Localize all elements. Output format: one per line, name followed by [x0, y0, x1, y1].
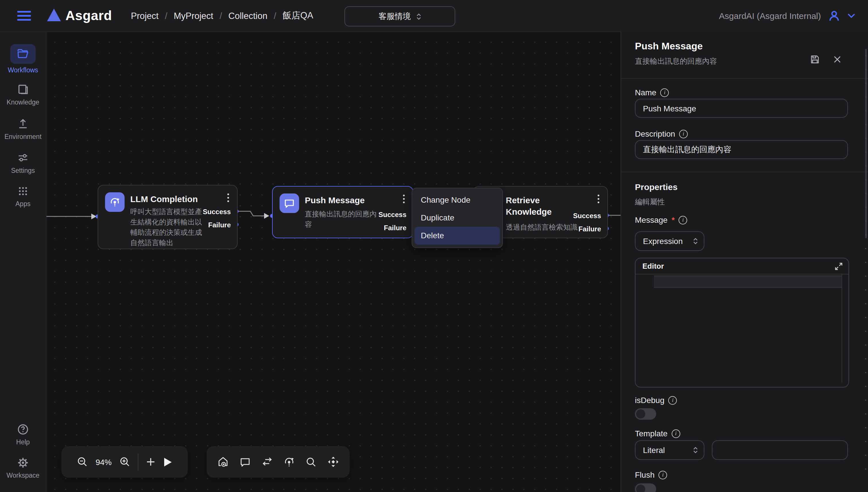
sidebar-item-label: Knowledge: [7, 99, 39, 106]
select-chevrons-icon: [416, 13, 421, 20]
output-port-failure[interactable]: Failure: [578, 225, 601, 233]
zoom-in-icon[interactable]: [119, 457, 130, 467]
llm-tool-icon[interactable]: [283, 456, 295, 468]
flush-field-label: Flushi: [635, 470, 667, 479]
code-area[interactable]: 1 (() => { 2 // return the result of the…: [636, 274, 848, 387]
info-icon[interactable]: i: [669, 396, 677, 404]
info-icon[interactable]: i: [679, 216, 688, 224]
output-port-success[interactable]: Success: [573, 212, 601, 220]
node-title: LLM Completion: [130, 194, 198, 205]
info-icon[interactable]: i: [661, 88, 669, 97]
close-icon[interactable]: [833, 55, 842, 64]
panel-subtitle: 直接輸出訊息的回應內容: [635, 56, 717, 67]
breadcrumb-collection[interactable]: Collection: [228, 10, 268, 21]
select-chevrons-icon: [693, 447, 698, 453]
account-chevron-down-icon[interactable]: [847, 13, 855, 18]
node-description: 直接輸出訊息的回應內容: [305, 209, 382, 230]
message-type-select[interactable]: Expression: [635, 231, 704, 251]
description-input[interactable]: [635, 140, 848, 159]
context-menu-delete[interactable]: Delete: [415, 227, 500, 245]
sidebar-item-workflows[interactable]: Workflows: [0, 44, 46, 73]
zoom-toolbar: 94%: [61, 446, 188, 478]
output-port-success[interactable]: Success: [203, 208, 231, 216]
panel-title: Push Message: [635, 41, 703, 52]
output-port-success[interactable]: Success: [379, 211, 406, 219]
template-field-label: Templatei: [635, 429, 680, 438]
node-llm-completion[interactable]: LLM Completion 呼叫大型語言模型並產生結構化的資料輸出以輔助流程的…: [98, 185, 238, 249]
node-description: 呼叫大型語言模型並產生結構化的資料輸出以輔助流程的決策或生成自然語言輸出: [130, 207, 206, 248]
context-menu-change-node[interactable]: Change Node: [412, 191, 502, 209]
upload-icon: [17, 118, 29, 130]
context-menu-duplicate[interactable]: Duplicate: [412, 209, 502, 227]
zoom-out-icon[interactable]: [77, 457, 88, 467]
expression-editor: Editor 1 (() => { 2 // return the result…: [635, 258, 849, 388]
node-menu-kebab-icon[interactable]: [226, 192, 230, 203]
sidebar-item-apps[interactable]: Apps: [0, 185, 46, 207]
output-port-failure[interactable]: Failure: [208, 221, 231, 229]
run-workflow-icon[interactable]: [163, 457, 172, 467]
message-field-label: Message*i: [635, 215, 688, 224]
folder-icon: [17, 48, 29, 60]
comment-bubble-icon[interactable]: [239, 456, 251, 468]
isdebug-toggle[interactable]: [635, 408, 656, 420]
breadcrumb-project[interactable]: Project: [131, 10, 159, 21]
sidebar-item-knowledge[interactable]: Knowledge: [0, 83, 46, 106]
isdebug-field-label: isDebugi: [635, 396, 677, 405]
llm-refresh-bulb-icon: [105, 192, 125, 212]
left-sidebar: Workflows Knowledge Environment Settings: [0, 31, 47, 492]
info-icon[interactable]: i: [679, 129, 688, 138]
description-field-label: Descriptioni: [635, 129, 688, 138]
workflow-canvas[interactable]: LLM Completion 呼叫大型語言模型並產生結構化的資料輸出以輔助流程的…: [46, 31, 621, 492]
properties-section-subtitle: 編輯屬性: [635, 197, 665, 207]
breadcrumb-workflow[interactable]: 飯店QA: [282, 10, 313, 22]
book-icon: [17, 83, 29, 96]
sidebar-item-environment[interactable]: Environment: [0, 118, 46, 140]
editor-title: Editor: [642, 262, 664, 270]
environment-selector[interactable]: 客服情境: [344, 6, 455, 26]
sidebar-item-label: Settings: [11, 167, 35, 174]
user-avatar-icon[interactable]: [828, 9, 840, 22]
canvas-tools-toolbar: [207, 446, 350, 478]
top-navbar: Asgard Project / MyProject / Collection …: [0, 0, 868, 32]
swap-arrows-icon[interactable]: [261, 456, 273, 468]
add-home-node-icon[interactable]: [217, 456, 229, 468]
name-field-label: Namei: [635, 88, 669, 97]
save-icon[interactable]: [810, 54, 820, 64]
search-tool-icon[interactable]: [305, 456, 317, 468]
output-port-failure[interactable]: Failure: [384, 224, 406, 232]
sidebar-item-help[interactable]: Help: [0, 423, 46, 445]
node-detail-panel: Push Message 直接輸出訊息的回應內容 Namei Descripti…: [621, 31, 868, 492]
zoom-level: 94%: [96, 457, 111, 466]
sidebar-item-workspace[interactable]: Workspace: [0, 457, 46, 479]
name-input[interactable]: [635, 99, 848, 118]
node-title: Retrieve Knowledge: [506, 195, 570, 218]
sidebar-item-settings[interactable]: Settings: [0, 152, 46, 174]
template-value-input[interactable]: [712, 440, 848, 460]
breadcrumb-myproject[interactable]: MyProject: [174, 10, 213, 21]
node-menu-kebab-icon[interactable]: [596, 194, 600, 204]
template-type-select[interactable]: Literal: [635, 440, 704, 460]
add-node-icon[interactable]: [146, 457, 155, 467]
gear-icon: [17, 457, 29, 469]
apps-grid-icon: [17, 185, 29, 197]
expand-editor-icon[interactable]: [835, 262, 843, 270]
sidebar-item-label: Workflows: [8, 67, 38, 73]
help-circle-icon: [17, 423, 29, 436]
node-push-message[interactable]: Push Message 直接輸出訊息的回應內容 Success Failure: [272, 186, 413, 238]
properties-section-title: Properties: [635, 182, 677, 192]
node-context-menu: Change Node Duplicate Delete: [412, 188, 503, 248]
sidebar-item-label: Environment: [4, 133, 41, 140]
breadcrumb-separator: /: [274, 10, 276, 21]
hamburger-menu-icon[interactable]: [17, 11, 31, 21]
app-logo-text: Asgard: [66, 8, 112, 24]
info-icon[interactable]: i: [659, 470, 667, 479]
pan-move-icon[interactable]: [327, 456, 339, 468]
account-label: AsgardAI (Asgard Internal): [719, 11, 821, 21]
info-icon[interactable]: i: [672, 429, 680, 438]
sidebar-item-label: Help: [16, 439, 30, 445]
flush-toggle[interactable]: [635, 484, 656, 492]
app-window: Asgard Project / MyProject / Collection …: [0, 0, 868, 492]
sliders-icon: [17, 152, 29, 164]
panel-scrollbar[interactable]: [865, 49, 867, 238]
node-menu-kebab-icon[interactable]: [402, 194, 406, 204]
